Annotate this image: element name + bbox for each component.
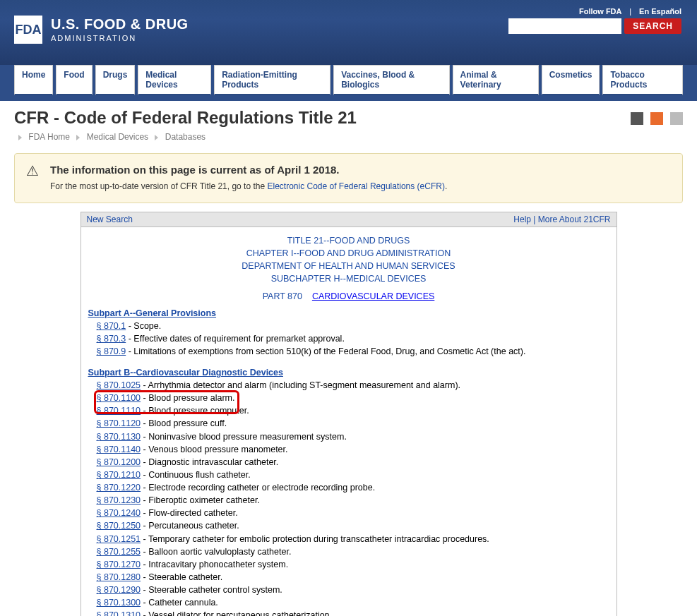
nav-item[interactable]: Tobacco Products [602, 65, 683, 95]
regulation-line: § 870.1250 - Percutaneous catheter. [97, 519, 609, 532]
help-link[interactable]: Help [513, 215, 531, 224]
section-description: - Blood pressure cuff. [141, 418, 227, 428]
nav-item[interactable]: Radiation-Emitting Products [214, 65, 330, 95]
section-link[interactable]: § 870.1300 [97, 598, 141, 608]
nav-item[interactable]: Food [56, 65, 92, 95]
section-description: - Limitations of exemptions from section… [126, 346, 525, 356]
section-description: - Steerable catheter. [141, 572, 222, 582]
regulation-line: § 870.1110 - Blood pressure computer. [97, 404, 609, 417]
section-link[interactable]: § 870.1270 [97, 560, 141, 569]
regulation-line: § 870.3 - Effective dates of requirement… [97, 332, 609, 345]
section-description: - Effective dates of requirement for pre… [126, 334, 345, 344]
section-description: - Temporary catheter for embolic protect… [141, 534, 489, 544]
section-description: - Steerable catheter control system. [141, 585, 282, 595]
section-link[interactable]: § 870.1100 [97, 393, 141, 403]
regulation-line: § 870.1300 - Catheter cannula. [97, 596, 609, 609]
notice-title: The information on this page is current … [50, 164, 668, 176]
section-description: - Noninvasive blood pressure measurement… [141, 432, 347, 442]
section-description: - Continuous flush catheter. [141, 470, 251, 480]
chevron-right-icon [18, 135, 22, 140]
regulation-line: § 870.1230 - Fiberoptic oximeter cathete… [97, 494, 609, 507]
breadcrumb-link[interactable]: Medical Devices [84, 132, 150, 142]
section-link[interactable]: § 870.1210 [97, 470, 141, 480]
section-description: - Fiberoptic oximeter catheter. [141, 495, 260, 505]
doc-line-2: CHAPTER I--FOOD AND DRUG ADMINISTRATION [246, 248, 451, 258]
search-button[interactable]: SEARCH [624, 18, 681, 34]
nav-item[interactable]: Animal & Veterinary [453, 65, 539, 95]
section-link[interactable]: § 870.1280 [97, 572, 141, 582]
regulation-line: § 870.1251 - Temporary catheter for embo… [97, 533, 609, 545]
section-link[interactable]: § 870.1025 [97, 380, 141, 390]
section-description: - Diagnostic intravascular catheter. [141, 457, 278, 467]
section-description: - Vessel dilator for percutaneous cathet… [141, 610, 332, 616]
page-title: CFR - Code of Federal Regulations Title … [14, 108, 357, 128]
search-input[interactable] [508, 18, 621, 34]
regulation-line: § 870.1280 - Steerable catheter. [97, 571, 609, 584]
section-link[interactable]: § 870.1230 [97, 495, 141, 505]
regulation-line: § 870.1310 - Vessel dilator for percutan… [97, 609, 609, 616]
breadcrumb-link[interactable]: FDA Home [26, 132, 72, 142]
section-description: - Catheter cannula. [141, 598, 218, 608]
section-link[interactable]: § 870.1 [97, 321, 126, 331]
breadcrumb-link[interactable]: Databases [162, 132, 205, 142]
doc-line-1: TITLE 21--FOOD AND DRUGS [287, 236, 410, 246]
section-description: - Flow-directed catheter. [141, 508, 238, 518]
section-link[interactable]: § 870.1200 [97, 457, 141, 467]
nav-item[interactable]: Medical Devices [138, 65, 211, 95]
section-link[interactable]: § 870.1290 [97, 585, 141, 595]
subpart-title-link[interactable]: Subpart B--Cardiovascular Diagnostic Dev… [88, 368, 283, 378]
doc-line-3: DEPARTMENT OF HEALTH AND HUMAN SERVICES [242, 261, 455, 271]
section-link[interactable]: § 870.9 [97, 346, 126, 356]
ecfr-link[interactable]: Electronic Code of Federal Regulations (… [267, 181, 444, 191]
print-icon[interactable] [631, 112, 643, 125]
nav-item[interactable]: Home [14, 65, 53, 95]
share-icon[interactable] [650, 112, 663, 125]
regulation-line: § 870.1140 - Venous blood pressure manom… [97, 443, 609, 456]
regulation-line: § 870.1120 - Blood pressure cuff. [97, 417, 609, 430]
nav-item[interactable]: Vaccines, Blood & Biologics [333, 65, 449, 95]
regulation-line: § 870.9 - Limitations of exemptions from… [97, 345, 609, 358]
chevron-right-icon [76, 135, 80, 140]
breadcrumb: FDA Home Medical Devices Databases [14, 132, 357, 142]
regulation-line: § 870.1 - Scope. [97, 320, 609, 332]
section-link[interactable]: § 870.1110 [97, 406, 141, 416]
section-description: - Venous blood pressure manometer. [141, 445, 287, 454]
section-link[interactable]: § 870.1120 [97, 418, 141, 428]
section-link[interactable]: § 870.3 [97, 334, 126, 344]
nav-item[interactable]: Drugs [95, 65, 136, 95]
page-tools [631, 112, 683, 125]
notice-banner: ⚠ The information on this page is curren… [14, 153, 683, 203]
section-description: - Electrode recording catheter or electr… [141, 483, 375, 493]
section-description: - Percutaneous catheter. [141, 521, 239, 531]
email-icon[interactable] [670, 112, 683, 125]
regulation-line: § 870.1240 - Flow-directed catheter. [97, 507, 609, 519]
new-search-link[interactable]: New Search [87, 215, 133, 224]
regulation-line: § 870.1025 - Arrhythmia detector and ala… [97, 379, 609, 392]
section-link[interactable]: § 870.1250 [97, 521, 141, 531]
follow-fda-link[interactable]: Follow FDA [579, 7, 621, 16]
en-espanol-link[interactable]: En Español [639, 7, 681, 16]
nav-item[interactable]: Cosmetics [542, 65, 600, 95]
regulation-line: § 870.1100 - Blood pressure alarm. [97, 392, 609, 404]
section-link[interactable]: § 870.1130 [97, 432, 141, 442]
section-link[interactable]: § 870.1140 [97, 445, 141, 454]
doc-line-4: SUBCHAPTER H--MEDICAL DEVICES [271, 274, 427, 284]
doc-part-link[interactable]: CARDIOVASCULAR DEVICES [312, 291, 434, 301]
more-about-link[interactable]: More About 21CFR [538, 215, 611, 224]
site-subtitle: ADMINISTRATION [51, 34, 189, 42]
section-link[interactable]: § 870.1240 [97, 508, 141, 518]
doc-part-label: PART 870 [263, 291, 302, 301]
section-link[interactable]: § 870.1255 [97, 547, 141, 557]
section-link[interactable]: § 870.1220 [97, 483, 141, 493]
section-description: - Blood pressure alarm. [141, 393, 234, 403]
subpart-title-link[interactable]: Subpart A--General Provisions [88, 308, 217, 318]
notice-body: For the most up-to-date version of CFR T… [50, 181, 668, 191]
regulation-line: § 870.1130 - Noninvasive blood pressure … [97, 430, 609, 443]
chevron-right-icon [155, 135, 158, 140]
section-link[interactable]: § 870.1310 [97, 610, 141, 616]
regulation-line: § 870.1220 - Electrode recording cathete… [97, 481, 609, 494]
regulation-line: § 870.1270 - Intracavitary phonocatheter… [97, 558, 609, 571]
header-utility-links: Follow FDA | En Español [508, 7, 681, 16]
section-link[interactable]: § 870.1251 [97, 534, 141, 544]
site-title: U.S. FOOD & DRUG [51, 17, 189, 31]
